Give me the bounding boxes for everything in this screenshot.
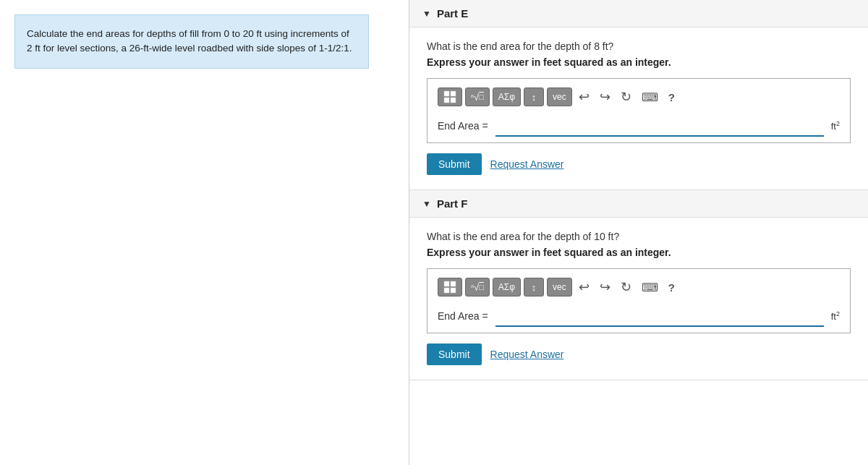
part-f-submit-button[interactable]: Submit [427,344,482,365]
part-f-header: ▼ Part F [409,190,868,218]
part-e-matrix-btn[interactable] [438,88,462,106]
svg-rect-7 [451,288,456,293]
part-f-collapse-arrow[interactable]: ▼ [422,199,431,209]
part-e-keyboard-btn[interactable]: ⌨ [638,89,662,106]
part-f-body: What is the end area for the depth of 10… [409,218,868,380]
part-e-header: ▼ Part E [409,0,868,27]
part-f-redo-btn[interactable]: ↪ [596,278,614,297]
part-e-title: Part E [437,7,468,20]
svg-rect-6 [444,288,449,293]
part-e-undo-btn[interactable]: ↩ [575,88,593,106]
part-e-input-row: End Area = ft2 [433,115,844,137]
part-f-answer-input[interactable] [495,305,824,327]
svg-rect-5 [451,281,456,286]
svg-rect-1 [451,91,456,96]
part-f-instruction: Express your answer in feet squared as a… [427,247,851,258]
part-f-vec-btn[interactable]: vec [547,278,572,297]
problem-text: Calculate the end areas for depths of fi… [27,28,352,54]
part-f-symbol-btn[interactable]: ΑΣφ [493,278,521,297]
part-f-undo-btn[interactable]: ↩ [575,278,593,297]
part-f-keyboard-btn[interactable]: ⌨ [638,279,662,296]
part-f-request-answer-button[interactable]: Request Answer [490,349,564,360]
part-f-math-container: ⁿ√□ ΑΣφ ↕ vec ↩ ↪ ↻ ⌨ ? [427,268,851,333]
part-f-help-btn[interactable]: ? [665,280,678,295]
part-f-title: Part F [437,197,468,210]
part-f-unit: ft2 [831,310,840,322]
part-e-math-container: ⁿ√□ ΑΣφ ↕ vec ↩ ↪ ↻ ⌨ ? [427,78,851,143]
part-f-arrow-btn[interactable]: ↕ [524,278,544,297]
part-e-answer-input[interactable] [495,115,824,137]
part-e-request-answer-button[interactable]: Request Answer [490,158,564,170]
part-f-section: ▼ Part F What is the end area for the de… [409,190,868,380]
part-e-collapse-arrow[interactable]: ▼ [422,9,431,19]
part-f-refresh-btn[interactable]: ↻ [617,278,635,297]
matrix-icon-f [443,281,456,294]
part-e-refresh-btn[interactable]: ↻ [617,88,635,106]
matrix-icon [443,90,456,103]
part-e-vec-btn[interactable]: vec [547,88,572,106]
part-e-body: What is the end area for the depth of 8 … [409,27,868,189]
part-f-end-area-label: End Area = [438,310,488,322]
part-e-section: ▼ Part E What is the end area for the de… [409,0,868,190]
right-panel: ▼ Part E What is the end area for the de… [409,0,868,465]
part-f-question: What is the end area for the depth of 10… [427,231,851,242]
part-e-radical-btn[interactable]: ⁿ√□ [465,88,490,106]
part-f-matrix-btn[interactable] [438,278,462,297]
part-f-toolbar: ⁿ√□ ΑΣφ ↕ vec ↩ ↪ ↻ ⌨ ? [433,275,844,299]
part-f-input-row: End Area = ft2 [433,305,844,327]
svg-rect-4 [444,281,449,286]
part-e-submit-button[interactable]: Submit [427,153,482,175]
part-e-instruction: Express your answer in feet squared as a… [427,56,851,68]
svg-rect-0 [444,91,449,96]
part-f-radical-btn[interactable]: ⁿ√□ [465,278,490,297]
part-e-actions: Submit Request Answer [427,153,851,175]
part-e-help-btn[interactable]: ? [665,90,678,105]
part-e-redo-btn[interactable]: ↪ [596,88,614,106]
part-e-toolbar: ⁿ√□ ΑΣφ ↕ vec ↩ ↪ ↻ ⌨ ? [433,85,844,109]
left-panel: Calculate the end areas for depths of fi… [0,0,409,465]
part-f-actions: Submit Request Answer [427,344,851,365]
svg-rect-3 [451,98,456,103]
part-e-question: What is the end area for the depth of 8 … [427,40,851,52]
problem-statement: Calculate the end areas for depths of fi… [14,14,369,69]
part-e-arrow-btn[interactable]: ↕ [524,88,544,106]
part-e-unit: ft2 [831,120,840,132]
part-e-end-area-label: End Area = [438,120,488,132]
svg-rect-2 [444,98,449,103]
part-e-symbol-btn[interactable]: ΑΣφ [493,88,521,106]
